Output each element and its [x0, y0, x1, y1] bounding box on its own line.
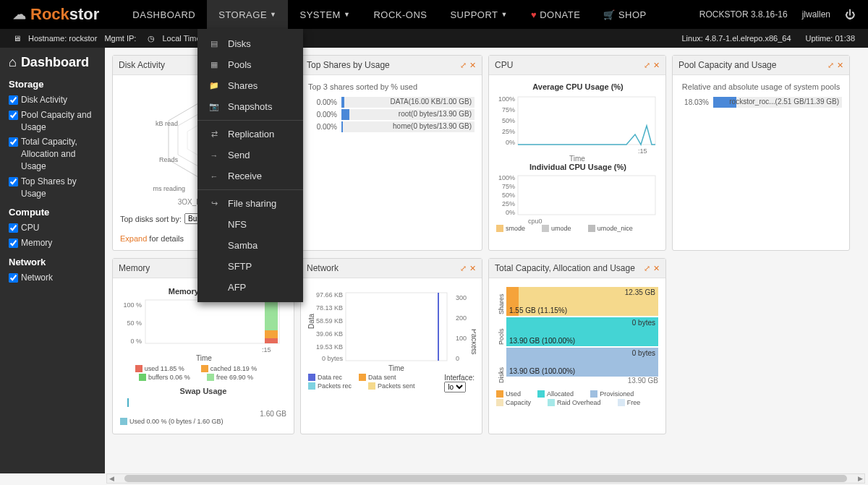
svg-text:Data: Data	[308, 313, 315, 329]
dropdown-afp[interactable]: AFP	[197, 277, 303, 298]
capacity-shares: Shares 12.35 GB1.55 GB (11.15%)	[496, 287, 658, 316]
dropdown-sftp[interactable]: SFTP	[197, 256, 303, 277]
time-label: Time	[496, 155, 658, 163]
arrow-right-icon: →	[209, 151, 219, 160]
close-icon[interactable]: ✕	[653, 61, 660, 70]
expand-details: for details	[147, 234, 184, 243]
maximize-icon[interactable]: ⤢	[827, 61, 834, 70]
svg-text:50 %: 50 %	[127, 319, 142, 327]
sidebar-item-total-capacity[interactable]: Total Capacity, Allocation and Usage	[9, 134, 96, 173]
svg-text:100: 100	[456, 335, 467, 342]
svg-text:200: 200	[456, 314, 467, 322]
svg-text:300: 300	[456, 294, 467, 301]
subtitle: Relative and absolute usage of system po…	[680, 82, 842, 91]
svg-rect-13	[518, 97, 655, 145]
swap-icon: ⇄	[209, 129, 219, 139]
power-icon[interactable]: ⏻	[845, 9, 855, 20]
cpu-ind-chart: Individual CPU Usage (%) 100% 75% 50% 25…	[496, 163, 660, 225]
svg-text:75%: 75%	[502, 106, 515, 113]
capacity-pools: Pools 0 bytes13.90 GB (100.00%)	[496, 317, 658, 346]
maximize-icon[interactable]: ⤢	[644, 61, 650, 70]
svg-text:Packets: Packets	[470, 329, 476, 355]
dropdown-replication[interactable]: ⇄Replication	[197, 124, 303, 145]
maximize-icon[interactable]: ⤢	[644, 264, 650, 273]
panel-network: Network⤢✕ 97.66 KB 78.13 KB 58.59 KB 39.…	[300, 258, 482, 434]
svg-text:Time: Time	[196, 354, 212, 362]
dropdown-snapshots[interactable]: 📷Snapshots	[197, 96, 303, 117]
nav-dashboard[interactable]: DASHBOARD	[121, 0, 207, 29]
sidebar-item-top-shares[interactable]: Top Shares by Usage	[9, 174, 96, 202]
share-row: 0.00%home(0 bytes/13.90 GB)	[308, 121, 475, 132]
svg-text:0%: 0%	[506, 139, 515, 146]
nav-shop[interactable]: 🛒SHOP	[592, 0, 658, 29]
svg-text:Reads: Reads	[159, 156, 179, 163]
caret-down-icon: ▼	[270, 11, 276, 18]
svg-text:Individual CPU Usage (%): Individual CPU Usage (%)	[529, 163, 626, 171]
sidebar-item-pool-capacity[interactable]: Pool Capacity and Usage	[9, 108, 96, 135]
logo[interactable]: ☁ Rockstor	[13, 5, 99, 24]
scroll-left-icon[interactable]: ◀	[107, 475, 116, 482]
page-title: ⌂Dashboard	[9, 55, 96, 70]
sort-label: Top disks sort by:	[120, 215, 182, 223]
dropdown-samba[interactable]: Samba	[197, 235, 303, 256]
sidebar-item-memory[interactable]: Memory	[9, 236, 96, 251]
version-label: ROCKSTOR 3.8.16-16	[699, 9, 788, 20]
dropdown-receive[interactable]: ←Receive	[197, 166, 303, 186]
svg-rect-30	[265, 338, 278, 343]
localtime-label: Local Time	[162, 34, 200, 43]
nav-donate[interactable]: ♥DONATE	[519, 0, 592, 29]
svg-text:Average CPU Usage (%): Average CPU Usage (%)	[532, 82, 624, 91]
svg-text:100%: 100%	[498, 95, 515, 103]
nav-rockons[interactable]: ROCK-ONS	[362, 0, 438, 29]
share-row: 0.00%root(0 bytes/13.90 GB)	[308, 109, 475, 120]
cart-icon: 🛒	[603, 9, 616, 20]
sidebar-item-disk-activity[interactable]: Disk Activity	[9, 93, 96, 108]
network-chart: 97.66 KB 78.13 KB 58.59 KB 39.06 KB 19.5…	[308, 286, 476, 372]
svg-text::15: :15	[262, 346, 271, 353]
svg-text:100 %: 100 %	[123, 301, 142, 309]
dropdown-pools[interactable]: ▦Pools	[197, 54, 303, 75]
maximize-icon[interactable]: ⤢	[460, 264, 467, 273]
swap-title: Swap Usage	[120, 387, 286, 395]
arrow-left-icon: ←	[209, 172, 219, 181]
panel-title: Total Capacity, Allocation and Usage	[495, 263, 635, 273]
swap-value: 1.60 GB	[120, 410, 286, 418]
user-label[interactable]: jlwallen	[802, 9, 830, 20]
sidebar-item-cpu[interactable]: CPU	[9, 220, 96, 236]
panel-title: Network	[307, 263, 339, 273]
svg-text:100%: 100%	[498, 174, 515, 181]
scroll-right-icon[interactable]: ▶	[856, 475, 864, 482]
swap-chart	[120, 395, 288, 410]
svg-text:78.13 KB: 78.13 KB	[316, 304, 343, 312]
interface-select[interactable]: lo	[444, 382, 466, 392]
dropdown-disks[interactable]: ▤Disks	[197, 33, 303, 54]
horizontal-scrollbar[interactable]: ◀ ▶	[106, 473, 865, 484]
dropdown-nfs[interactable]: NFS	[197, 214, 303, 235]
dropdown-filesharing[interactable]: ↪File sharing	[197, 193, 303, 214]
scrollbar-thumb[interactable]	[124, 475, 847, 482]
close-icon[interactable]: ✕	[837, 61, 843, 70]
clock-icon: ◷	[148, 34, 155, 43]
panel-top-shares: Top Shares by Usage⤢✕ Top 3 shares sorte…	[300, 55, 482, 251]
panel-total-capacity: Total Capacity, Allocation and Usage⤢✕ S…	[488, 258, 666, 434]
sidebar-item-network[interactable]: Network	[9, 270, 96, 286]
capacity-disks: Disks 0 bytes13.90 GB (100.00%) 13.90 GB	[496, 348, 658, 385]
svg-rect-27	[145, 300, 279, 343]
maximize-icon[interactable]: ⤢	[460, 61, 467, 70]
nav-storage[interactable]: STORAGE▼	[207, 0, 288, 29]
dropdown-shares[interactable]: 📁Shares	[197, 75, 303, 96]
close-icon[interactable]: ✕	[469, 61, 476, 70]
grid-icon: ▦	[209, 60, 219, 69]
nav-system[interactable]: SYSTEM▼	[288, 0, 362, 29]
nav-support[interactable]: SUPPORT▼	[438, 0, 519, 29]
close-icon[interactable]: ✕	[653, 264, 660, 273]
expand-link[interactable]: Expand	[120, 234, 147, 243]
panel-pool-capacity: Pool Capacity and Usage⤢✕ Relative and a…	[672, 55, 850, 251]
close-icon[interactable]: ✕	[469, 264, 476, 273]
svg-text:25%: 25%	[502, 128, 515, 135]
cpu-avg-chart: Average CPU Usage (%) 100% 75% 50% 25% 0…	[496, 82, 660, 155]
panel-title: Disk Activity	[119, 60, 165, 70]
dropdown-send[interactable]: →Send	[197, 145, 303, 166]
svg-text:58.59 KB: 58.59 KB	[316, 317, 343, 325]
caret-down-icon: ▼	[501, 11, 508, 18]
